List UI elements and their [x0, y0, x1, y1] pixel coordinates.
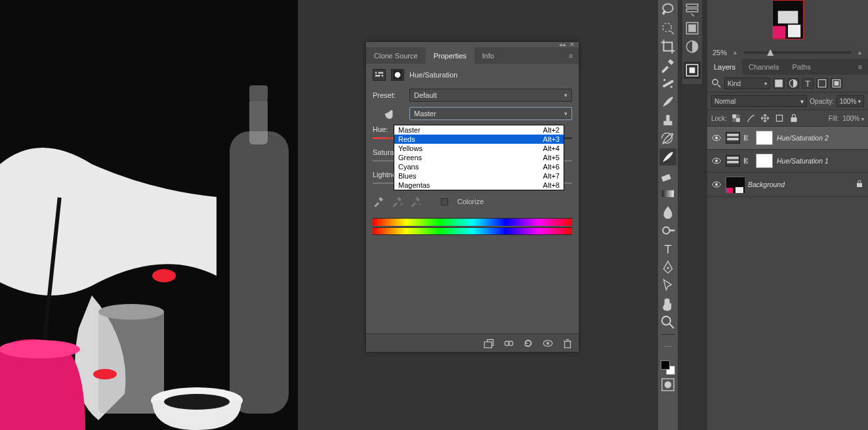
filter-adjust-icon[interactable] — [787, 78, 799, 89]
properties-panel-icon[interactable] — [684, 62, 701, 79]
filter-type-icon[interactable]: T — [802, 78, 814, 89]
lock-position-icon[interactable] — [760, 113, 770, 123]
tab-properties[interactable]: Properties — [426, 47, 474, 64]
visibility-icon[interactable] — [542, 337, 554, 349]
paint-brush-tool-icon[interactable] — [659, 148, 676, 165]
panel-menu-icon[interactable]: ≡ — [563, 47, 579, 64]
zoom-tool-icon[interactable] — [659, 314, 676, 331]
svg-rect-29 — [666, 115, 669, 121]
layer-mask[interactable] — [756, 154, 773, 168]
history-brush-tool-icon[interactable] — [659, 130, 676, 147]
zoom-slider[interactable] — [743, 51, 852, 54]
visibility-icon[interactable] — [711, 133, 722, 143]
search-icon[interactable] — [711, 78, 722, 89]
layer-item-background[interactable]: Background — [707, 173, 868, 197]
lock-all-icon[interactable] — [789, 113, 799, 123]
layer-item[interactable]: 𝄡 Hue/Saturation 1 — [707, 150, 868, 173]
color-range-select[interactable]: Master ▾ — [409, 107, 572, 120]
svg-rect-51 — [775, 79, 782, 87]
spectrum-input[interactable] — [373, 218, 572, 226]
eyedropper-icon[interactable] — [373, 196, 384, 207]
dropdown-option[interactable]: MasterAlt+2 — [394, 125, 564, 135]
colorize-checkbox[interactable] — [441, 198, 448, 205]
filter-pixel-icon[interactable] — [773, 78, 785, 89]
link-icon[interactable]: 𝄡 — [744, 157, 752, 165]
tab-layers[interactable]: Layers — [707, 59, 742, 75]
blend-mode-select[interactable]: Normal▾ — [711, 95, 807, 107]
svg-rect-74 — [735, 187, 743, 193]
gradient-tool-icon[interactable] — [659, 185, 676, 202]
adjustments-panel-icon[interactable] — [684, 38, 701, 55]
panel-footer — [366, 333, 579, 352]
svg-rect-75 — [857, 183, 862, 187]
opacity-value[interactable]: 100%▾ — [837, 95, 864, 107]
navigator-panel[interactable] — [707, 0, 868, 46]
eyedropper-subtract-icon[interactable] — [409, 196, 421, 207]
lock-image-icon[interactable] — [745, 113, 756, 123]
foreground-color-swatch[interactable] — [661, 360, 670, 370]
dropdown-option[interactable]: MagentasAlt+8 — [394, 181, 564, 190]
navigator-thumbnail[interactable] — [772, 0, 804, 39]
zoom-in-icon[interactable]: ▲ — [857, 49, 863, 56]
eyedropper-add-icon[interactable] — [391, 196, 403, 207]
type-tool-icon[interactable]: T — [659, 240, 676, 257]
path-select-tool-icon[interactable] — [659, 277, 676, 294]
pen-tool-icon[interactable] — [659, 259, 676, 276]
tab-info[interactable]: Info — [474, 47, 502, 64]
quick-mask-icon[interactable] — [659, 376, 676, 393]
svg-rect-31 — [662, 190, 674, 197]
dropdown-option[interactable]: YellowsAlt+4 — [394, 144, 564, 153]
hand-tool-icon[interactable] — [659, 295, 676, 312]
link-icon[interactable]: 𝄡 — [744, 134, 752, 142]
filter-kind-select[interactable]: Kind▾ — [724, 77, 770, 89]
reset-icon[interactable] — [522, 337, 534, 349]
targeted-adjustment-icon[interactable] — [373, 108, 405, 119]
lock-transparent-icon[interactable] — [731, 113, 741, 123]
lasso-tool-icon[interactable] — [659, 1, 676, 18]
spectrum-output[interactable] — [373, 227, 572, 235]
filter-smart-icon[interactable] — [831, 78, 842, 89]
healing-brush-tool-icon[interactable] — [659, 75, 676, 92]
trash-icon[interactable] — [562, 337, 573, 349]
lock-artboard-icon[interactable] — [774, 113, 785, 123]
dropdown-option[interactable]: GreensAlt+5 — [394, 153, 564, 162]
clip-to-layer-icon[interactable] — [483, 337, 495, 349]
lock-icon[interactable] — [855, 179, 864, 190]
fill-value[interactable]: 100%▾ — [842, 115, 864, 122]
dropdown-option[interactable]: BluesAlt+7 — [394, 171, 564, 181]
quick-select-tool-icon[interactable] — [659, 20, 676, 37]
color-range-dropdown[interactable]: MasterAlt+2RedsAlt+3YellowsAlt+4GreensAl… — [394, 125, 564, 190]
eraser-tool-icon[interactable] — [659, 167, 676, 184]
layers-menu-icon[interactable]: ≡ — [852, 59, 868, 75]
visibility-icon[interactable] — [711, 156, 722, 166]
adjustment-thumb-icon — [726, 132, 740, 144]
preset-select[interactable]: Default ▾ — [409, 89, 572, 102]
navigator-zoom: 25% ▲ ▲ — [707, 46, 868, 59]
visibility-icon[interactable] — [711, 179, 722, 190]
dodge-tool-icon[interactable] — [659, 222, 676, 239]
history-panel-icon[interactable] — [684, 1, 701, 18]
clone-stamp-tool-icon[interactable] — [659, 112, 676, 129]
panel-drag-bar[interactable]: ◂◂ ✕ — [366, 42, 579, 47]
color-swatches[interactable] — [661, 360, 675, 375]
dropdown-option[interactable]: RedsAlt+3 — [394, 135, 564, 144]
tab-channels[interactable]: Channels — [742, 59, 785, 75]
document-canvas[interactable] — [0, 0, 298, 430]
tab-paths[interactable]: Paths — [786, 59, 817, 75]
previous-state-icon[interactable] — [503, 337, 514, 349]
layer-mask[interactable] — [756, 131, 773, 145]
brush-tool-icon[interactable] — [659, 93, 676, 110]
svg-rect-12 — [375, 72, 383, 74]
actions-panel-icon[interactable] — [684, 20, 701, 37]
blur-tool-icon[interactable] — [659, 204, 676, 221]
layer-item[interactable]: 𝄡 Hue/Saturation 2 — [707, 127, 868, 150]
crop-tool-icon[interactable] — [659, 38, 676, 55]
tab-clone-source[interactable]: Clone Source — [366, 47, 426, 64]
zoom-out-icon[interactable]: ▲ — [732, 49, 738, 56]
layer-thumbnail[interactable] — [726, 177, 744, 192]
filter-shape-icon[interactable] — [816, 78, 828, 89]
svg-rect-69 — [727, 161, 739, 163]
eyedropper-tool-icon[interactable] — [659, 56, 676, 74]
edit-toolbar-icon[interactable]: ⋯ — [659, 338, 676, 355]
dropdown-option[interactable]: CyansAlt+6 — [394, 162, 564, 171]
